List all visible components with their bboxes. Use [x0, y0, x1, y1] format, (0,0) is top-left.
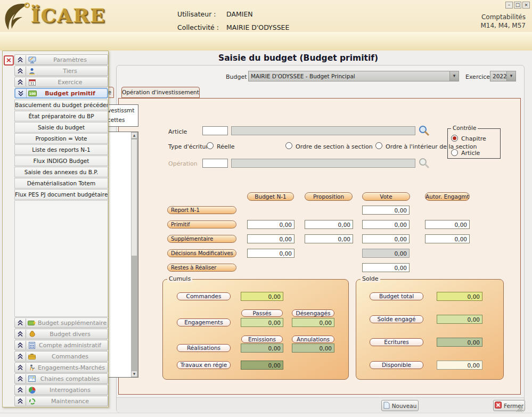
sidebar-section-budget-primitif[interactable]: 100 Budget primitif [14, 88, 108, 99]
exercice-select[interactable]: 2022 ▾ [490, 71, 516, 81]
sidebar-item-saisie-du-budget[interactable]: Saisie du budget [14, 122, 108, 133]
engagements-passes-value: 0,00 [241, 318, 283, 327]
sidebar-section-maintenance[interactable]: Maintenance [14, 396, 108, 406]
radio-article-label[interactable]: Article [461, 150, 480, 157]
sidebar-item-etat-preparatoire[interactable]: État préparatoire du BP [14, 111, 108, 121]
sidebar-item-proposition-vote[interactable]: Proposition = Vote [14, 133, 108, 144]
disponible-value: 0,00 [437, 361, 482, 370]
chevron-double-up-icon [15, 374, 26, 383]
cell-supplementaire-budget-n1[interactable]: 0,00 [247, 234, 294, 243]
app-logo: ÏCARE [31, 4, 106, 27]
operation-name-input[interactable] [231, 159, 415, 168]
sidebar-section-interrogations[interactable]: Interrogations [14, 385, 108, 395]
sidebar-section-label: Chaines comptables [38, 375, 108, 382]
cell-primitif-proposition[interactable]: 0,00 [305, 220, 353, 229]
window-footer [117, 397, 524, 413]
travaux-en-regie-button: Travaux en régie [177, 361, 231, 369]
sidebar-section-exercice[interactable]: 31 Exercice [14, 77, 108, 87]
solde-engage-button: Solde engagé [370, 315, 423, 323]
annulations-header: Annulations [292, 336, 334, 343]
section-fragment-1: vestissmt [108, 107, 134, 113]
chevron-down-icon[interactable]: ▾ [506, 71, 515, 81]
chevron-down-icon[interactable]: ▾ [449, 71, 459, 81]
nouveau-button[interactable]: Nouveau [381, 400, 419, 411]
radio-reelle-label[interactable]: Réelle [217, 143, 235, 150]
row-label-primitif: Primitif [167, 220, 236, 228]
budget-total-button: Budget total [370, 292, 423, 300]
sidebar-item-annexes-bp[interactable]: Saisie des annexes du B.P. [14, 167, 108, 177]
chevron-double-up-icon [15, 55, 26, 64]
sidebar-section-tiers[interactable]: Tiers [14, 66, 108, 76]
radio-chapitre-label[interactable]: Chapitre [461, 135, 486, 142]
svg-text:31: 31 [30, 81, 34, 86]
article-search-icon[interactable] [419, 125, 429, 137]
disponible-button: Disponible [370, 361, 423, 369]
icare-bird-logo-icon [1, 1, 31, 32]
passes-header: Passés [241, 309, 283, 317]
banknote-star-icon: ★ [26, 320, 38, 326]
cell-primitif-autor[interactable]: 0,00 [425, 220, 470, 229]
cell-primitif-vote[interactable]: 0,00 [362, 220, 410, 229]
sidebar-section-commandes[interactable]: Commandes [14, 351, 108, 362]
scroll-down-icon[interactable]: ▼ [131, 371, 137, 377]
scroll-up-icon[interactable]: ▲ [131, 132, 137, 138]
cell-supplementaire-autor[interactable]: 0,00 [425, 234, 470, 243]
sidebar-section-engagements-marches[interactable]: Engagements-Marchés [14, 362, 108, 373]
sidebar-section-label: Commandes [38, 353, 108, 360]
sidebar-item-dematerialisation[interactable]: Dématérialisation Totem [14, 178, 108, 189]
calculator-icon [26, 342, 38, 349]
cell-supplementaire-proposition[interactable]: 0,00 [305, 234, 353, 243]
radio-article[interactable] [451, 149, 458, 156]
document-tabbar: Saisie du budget × ? [0, 32, 532, 51]
sidebar-section-label: Paramètres [38, 56, 108, 63]
sidebar-item-liste-reports[interactable]: Liste des reports N-1 [14, 144, 108, 155]
accounting-value: M14, M4, M57 [481, 21, 526, 30]
column-header-proposition: Proposition [305, 192, 353, 201]
ecritures-button: Ecritures [370, 338, 423, 346]
row-label-decisions-modificatives: Décisions Modificatives [167, 249, 236, 257]
radio-chapitre[interactable] [451, 135, 458, 142]
sidebar-section-budget-divers[interactable]: Budget divers [14, 329, 108, 339]
radio-ordre-section-label[interactable]: Ordre de section à section [296, 143, 373, 150]
cell-supplementaire-vote[interactable]: 0,00 [362, 234, 410, 243]
commandes-value: 0,00 [241, 292, 283, 301]
cell-primitif-budget-n1[interactable]: 0,00 [247, 220, 294, 229]
radio-ordre-section[interactable] [285, 142, 292, 149]
scrollbar-thumb[interactable] [131, 139, 137, 256]
radio-reelle[interactable] [207, 142, 214, 149]
tab-operation-investissement[interactable]: Opération d'investissement [121, 87, 200, 98]
cell-report-vote[interactable]: 0,00 [362, 206, 410, 215]
sidebar-section-parametres[interactable]: Paramètres [14, 54, 108, 65]
controle-groupbox: Contrôle Chapitre Article [447, 128, 501, 159]
budget-label: Budget [226, 73, 247, 80]
svg-text:★: ★ [32, 320, 36, 325]
operation-code-input[interactable] [202, 159, 228, 168]
svg-text:100: 100 [29, 92, 36, 95]
close-red-icon [495, 402, 502, 410]
sidebar-item-flux-pes-pj[interactable]: Flux PES PJ document budgétaire [14, 189, 108, 200]
recycle-icon [26, 398, 38, 405]
window-maximize-button[interactable]: □ [514, 2, 521, 9]
budget-select[interactable]: MAIRIE D'ODYSSEE - Budget Principal ▾ [248, 71, 459, 81]
scrollbar[interactable]: ▲ ▼ [131, 132, 138, 377]
realisations-emissions-value: 0,00 [241, 344, 283, 353]
section-fragment-2: cettes [108, 117, 125, 123]
sidebar-item-basculement[interactable]: Basculement du budget précédent [14, 100, 108, 110]
article-name-input[interactable] [231, 126, 415, 135]
window-minimize-button[interactable]: – [505, 2, 513, 9]
column-header-autor-engagmt: Autor. Engagmt [425, 192, 470, 201]
sidebar-section-budget-supplementaire[interactable]: ★ Budget supplémentaire [14, 317, 108, 328]
article-code-input[interactable] [202, 126, 228, 135]
radio-ordre-interieur[interactable] [375, 142, 382, 149]
sidebar-item-flux-indigo[interactable]: Flux INDIGO Budget [14, 156, 108, 166]
sidebar-section-chaines-comptables[interactable]: Chaines comptables [14, 373, 108, 384]
sidebar-section-compte-administratif[interactable]: Compte administratif [14, 340, 108, 350]
header: ÏCARE Utilisateur : DAMIEN Collectivité … [0, 0, 532, 32]
cell-restes-vote[interactable]: 0,00 [362, 263, 410, 272]
window-close-button[interactable]: × [522, 2, 530, 9]
application-window: ÏCARE Utilisateur : DAMIEN Collectivité … [0, 0, 532, 417]
cell-dm-budget-n1[interactable]: 0,00 [247, 249, 294, 258]
engagements-desengages-value: 0,00 [292, 318, 334, 327]
sidebar-close-button[interactable]: × [4, 55, 14, 66]
resize-grip[interactable] [515, 405, 523, 414]
